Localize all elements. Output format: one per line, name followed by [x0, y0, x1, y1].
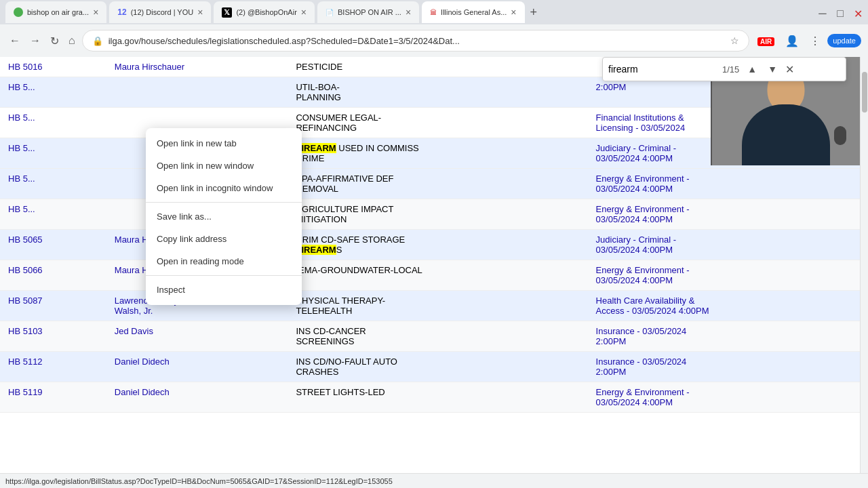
refresh-button[interactable]: ↻	[47, 32, 62, 50]
sponsor-link[interactable]: Daniel Didech	[115, 357, 170, 367]
committee-link[interactable]: Insurance - 03/05/20242:00PM	[596, 326, 687, 346]
hb-link[interactable]: HB 5...	[8, 174, 35, 184]
committee-link[interactable]: 2:00PM	[596, 82, 627, 92]
committee-link[interactable]: Energy & Environment -03/05/2024 4:00PM	[596, 387, 690, 407]
committee-link[interactable]: Energy & Environment -03/05/2024 4:00PM	[596, 265, 690, 285]
committee-link[interactable]: Energy & Environment -03/05/2024 4:00PM	[596, 204, 690, 224]
find-count: 1/15	[722, 64, 739, 75]
table-row: HB 5... AGRICULTURE IMPACTMITIGATION Ene…	[0, 199, 860, 230]
committee-link[interactable]: Energy & Environment -03/05/2024 4:00PM	[596, 174, 690, 194]
address-bar[interactable]: 🔒 ilga.gov/house/schedules/legislationsc…	[82, 30, 749, 52]
hb-link[interactable]: HB 5...	[8, 143, 35, 153]
sponsor-link[interactable]: Jed Davis	[115, 326, 153, 336]
update-button[interactable]: update	[827, 34, 861, 47]
tab-label-bishop-on-air: BISHOP ON AIR ...	[338, 8, 401, 16]
context-menu-item-new-tab[interactable]: Open link in new tab	[146, 132, 302, 155]
hb-link[interactable]: HB 5016	[8, 62, 43, 72]
find-next-button[interactable]: ▼	[765, 62, 780, 76]
find-close-button[interactable]: ✕	[785, 63, 794, 76]
hb-link[interactable]: HB 5112	[8, 357, 43, 367]
context-menu-item-save[interactable]: Save link as...	[146, 205, 302, 228]
tab-label-bishop: bishop on air gra...	[27, 8, 89, 16]
hb-link[interactable]: HB 5...	[8, 204, 35, 214]
tab-close-bishop-on-air[interactable]: ×	[406, 7, 411, 18]
committee-link[interactable]: Health Care Availability &Access - 03/05…	[596, 296, 709, 316]
find-prev-button[interactable]: ▲	[745, 62, 760, 76]
tab-bishop-on-air[interactable]: 📄 BISHOP ON AIR ... ×	[317, 1, 419, 23]
hb-link[interactable]: HB 5066	[8, 265, 43, 275]
tab-label-illinois: Illinois General As...	[441, 8, 507, 16]
main-content: 1/15 ▲ ▼ ✕ Open link in new tab Open lin…	[0, 57, 860, 488]
committee-link[interactable]: Insurance - 03/05/20242:00PM	[596, 357, 687, 377]
sponsor-link[interactable]: Daniel Didech	[115, 387, 170, 397]
committee-link[interactable]: Judiciary - Criminal -03/05/2024 4:00PM	[596, 235, 676, 255]
hb-link[interactable]: HB 5...	[8, 113, 35, 123]
tab-close-bishop[interactable]: ×	[93, 7, 98, 18]
forward-button[interactable]: →	[27, 32, 43, 49]
description-cell: CRIM CD-SAFE STORAGEFIREARMS	[288, 230, 587, 260]
description-cell: AGRICULTURE IMPACTMITIGATION	[288, 199, 587, 230]
tab-label-x: (2) @BishopOnAir	[236, 8, 296, 16]
table-row: HB 5065 Maura Hirschauer CRIM CD-SAFE ST…	[0, 230, 860, 260]
committee-link[interactable]: Judiciary - Criminal -03/05/2024 4:00PM	[596, 143, 676, 163]
context-menu-item-reading[interactable]: Open in reading mode	[146, 250, 302, 272]
profile-button[interactable]: 👤	[781, 32, 803, 50]
description-cell: FIREARM USED IN COMMISSCRIME	[288, 138, 587, 169]
hb-link[interactable]: HB 5087	[8, 296, 43, 306]
tab-illinois[interactable]: 🏛 Illinois General As... ×	[422, 1, 524, 23]
context-menu-item-inspect[interactable]: Inspect	[146, 279, 302, 301]
title-bar: bishop on air gra... × 12 (12) Discord |…	[0, 0, 868, 24]
hb-link[interactable]: HB 5065	[8, 235, 43, 245]
tab-x-twitter[interactable]: 𝕏 (2) @BishopOnAir ×	[214, 1, 315, 23]
tab-bishop-air[interactable]: bishop on air gra... ×	[5, 1, 106, 23]
description-cell: CONSUMER LEGAL-REFINANCING	[288, 108, 587, 138]
description-cell: PHYSICAL THERAPY-TELEHEALTH	[288, 291, 587, 321]
new-tab-button[interactable]: +	[528, 3, 540, 22]
tab-close-illinois[interactable]: ×	[511, 7, 516, 18]
tab-close-discord[interactable]: ×	[197, 7, 203, 18]
table-row: HB 5103 Jed Davis INS CD-CANCERSCREENING…	[0, 321, 860, 352]
context-menu-item-new-window[interactable]: Open link in new window	[146, 155, 302, 177]
table-row: HB 5066 Maura Hirschauer IEMA-GROUNDWATE…	[0, 260, 860, 291]
tab-favicon-text: 📄	[326, 9, 334, 16]
context-menu-divider-1	[146, 202, 302, 203]
find-input[interactable]	[608, 64, 717, 75]
context-menu-item-incognito[interactable]: Open link in incognito window	[146, 177, 302, 199]
home-button[interactable]: ⌂	[66, 32, 78, 49]
highlight-firearms: FIREARM	[296, 245, 336, 255]
toolbar-icons: AIR 👤 ⋮ update	[753, 32, 861, 50]
settings-button[interactable]: ⋮	[806, 32, 825, 50]
description-cell: STREET LIGHTS-LED	[288, 382, 587, 413]
star-icon[interactable]: ☆	[730, 35, 739, 46]
tab-favicon-discord: 12	[117, 7, 126, 17]
browser-window: bishop on air gra... × 12 (12) Discord |…	[0, 0, 868, 488]
tab-favicon-bishop	[14, 7, 23, 17]
hb-link[interactable]: HB 5119	[8, 387, 43, 397]
scrollbar[interactable]	[860, 57, 868, 488]
highlight-firearm: FIREARM	[296, 143, 336, 153]
page-area: 1/15 ▲ ▼ ✕ Open link in new tab Open lin…	[0, 57, 868, 488]
find-bar: 1/15 ▲ ▼ ✕	[602, 57, 846, 81]
hb-link[interactable]: HB 5...	[8, 82, 35, 92]
minimize-button[interactable]: ─	[818, 7, 827, 17]
context-menu-item-copy[interactable]: Copy link address	[146, 228, 302, 250]
extensions-button[interactable]: AIR	[753, 33, 778, 49]
scroll-thumb[interactable]	[862, 72, 867, 113]
committee-link[interactable]: Financial Institutions &Licensing - 03/0…	[596, 113, 686, 133]
context-menu: Open link in new tab Open link in new wi…	[146, 128, 302, 305]
table-row: HB 5... EPA-AFFIRMATIVE DEFREMOVAL Energ…	[0, 169, 860, 199]
maximize-button[interactable]: □	[835, 7, 845, 17]
tab-label-discord: (12) Discord | YOU	[131, 8, 194, 16]
tab-close-x[interactable]: ×	[301, 7, 307, 18]
hb-link[interactable]: HB 5103	[8, 326, 43, 336]
close-button[interactable]: ✕	[853, 7, 863, 17]
sponsor-cell	[106, 77, 288, 108]
table-row: HB 5119 Daniel Didech STREET LIGHTS-LED …	[0, 382, 860, 413]
back-button[interactable]: ←	[7, 32, 23, 49]
tab-discord[interactable]: 12 (12) Discord | YOU ×	[109, 1, 211, 23]
description-cell: UTIL-BOA-PLANNING	[288, 77, 587, 108]
sponsor-link[interactable]: Maura Hirschauer	[115, 62, 184, 72]
status-bar: https://ilga.gov/legislation/BillStatus.…	[0, 473, 868, 488]
description-cell: INS CD/NO-FAULT AUTOCRASHES	[288, 352, 587, 382]
description-cell: INS CD-CANCERSCREENINGS	[288, 321, 587, 352]
